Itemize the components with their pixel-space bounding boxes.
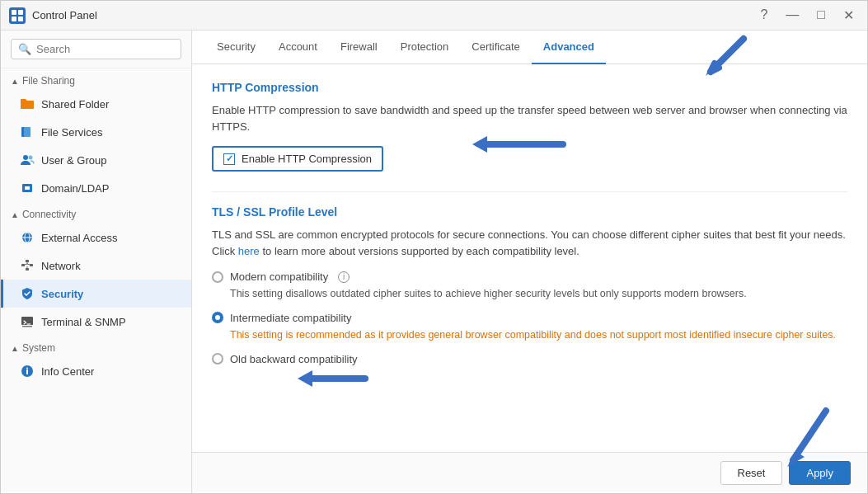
window-controls: ? — □ ✕: [755, 6, 859, 25]
http-compression-desc: Enable HTTP compression to save bandwidt…: [212, 102, 847, 134]
sidebar-item-external-access[interactable]: External Access: [1, 223, 191, 252]
titlebar: Control Panel ? — □ ✕: [1, 1, 867, 31]
caret-icon: ▲: [11, 77, 19, 86]
section-system-label: System: [22, 342, 55, 354]
radio-old-label: Old backward compatibility: [230, 353, 358, 365]
radio-row-intermediate[interactable]: Intermediate compatibility: [212, 312, 847, 324]
info-center-icon: [20, 364, 35, 379]
sidebar-item-file-services[interactable]: File Services: [1, 118, 191, 146]
minimize-button[interactable]: —: [781, 6, 804, 25]
tls-ssl-title: TLS / SSL Profile Level: [212, 205, 847, 219]
svg-rect-2: [12, 16, 16, 21]
tab-certificate[interactable]: Certificate: [460, 31, 532, 64]
content-body: HTTP Compression Enable HTTP compression…: [192, 64, 867, 452]
svg-rect-5: [24, 127, 30, 137]
user-group-icon: [20, 153, 35, 167]
svg-rect-25: [26, 369, 28, 374]
connectivity-caret-icon: ▲: [11, 210, 19, 219]
tabs-bar: Security Account Firewall Protection Cer…: [192, 31, 867, 64]
svg-point-26: [26, 368, 28, 369]
svg-rect-13: [26, 260, 29, 262]
window-title: Control Panel: [32, 9, 97, 21]
http-compression-checkbox[interactable]: ✓: [223, 153, 235, 165]
sidebar-item-user-group[interactable]: User & Group: [1, 146, 191, 174]
sidebar-item-network[interactable]: Network: [1, 252, 191, 280]
svg-rect-0: [12, 10, 16, 15]
sidebar-item-shared-folder[interactable]: Shared Folder: [1, 90, 191, 118]
tab-advanced[interactable]: Advanced: [532, 31, 606, 64]
modern-desc: This setting disallows outdated cipher s…: [230, 286, 847, 302]
sidebar-item-security[interactable]: Security: [1, 280, 191, 308]
tab-protection[interactable]: Protection: [389, 31, 461, 64]
tab-security[interactable]: Security: [205, 31, 267, 64]
security-label: Security: [41, 288, 83, 300]
svg-rect-22: [22, 326, 32, 327]
radio-modern-label: Modern compatibility: [230, 271, 328, 283]
app-icon: [9, 7, 26, 24]
terminal-snmp-label: Terminal & SNMP: [41, 316, 126, 328]
svg-rect-9: [25, 186, 30, 190]
file-services-icon: [20, 125, 35, 139]
radio-old[interactable]: [212, 353, 223, 365]
content-wrapper: Security Account Firewall Protection Cer…: [192, 31, 867, 493]
tls-ssl-desc: TLS and SSL are common encrypted protoco…: [212, 227, 847, 259]
sidebar-item-terminal-snmp[interactable]: Terminal & SNMP: [1, 308, 191, 336]
radio-row-old[interactable]: Old backward compatibility: [212, 353, 847, 365]
http-compression-title: HTTP Compression: [212, 81, 847, 94]
shared-folder-icon: [20, 96, 35, 111]
user-group-label: User & Group: [41, 154, 106, 167]
intermediate-desc: This setting is recommended as it provid…: [230, 327, 847, 343]
radio-intermediate[interactable]: [212, 312, 223, 323]
system-caret-icon: ▲: [11, 344, 19, 353]
sidebar-item-domain-ldap[interactable]: Domain/LDAP: [1, 174, 191, 202]
file-services-label: File Services: [41, 126, 102, 139]
reset-button[interactable]: Reset: [720, 461, 783, 485]
search-box[interactable]: 🔍: [11, 39, 181, 59]
external-access-icon: [20, 230, 35, 245]
help-button[interactable]: ?: [755, 6, 772, 25]
enable-http-compression-row[interactable]: ✓ Enable HTTP Compression: [212, 146, 383, 172]
domain-icon: [20, 181, 35, 195]
apply-button[interactable]: Apply: [789, 461, 851, 485]
network-icon: [20, 258, 35, 273]
section-system[interactable]: ▲ System: [1, 336, 191, 357]
sidebar-item-info-center[interactable]: Info Center: [1, 357, 191, 385]
maximize-button[interactable]: □: [812, 6, 830, 25]
close-button[interactable]: ✕: [838, 6, 859, 25]
titlebar-left: Control Panel: [9, 7, 97, 24]
radio-option-intermediate: Intermediate compatibility This setting …: [212, 312, 847, 343]
terminal-icon: [20, 314, 35, 329]
external-access-label: External Access: [41, 232, 118, 244]
modern-info-badge[interactable]: i: [338, 271, 350, 283]
svg-rect-3: [18, 16, 23, 21]
radio-row-modern[interactable]: Modern compatibility i: [212, 271, 847, 283]
http-compression-checkbox-label: Enable HTTP Compression: [242, 153, 372, 165]
tls-here-link[interactable]: here: [238, 245, 260, 257]
svg-point-6: [23, 155, 28, 160]
info-center-label: Info Center: [41, 365, 94, 378]
section-file-sharing-label: File Sharing: [22, 75, 75, 87]
radio-modern[interactable]: [212, 271, 223, 283]
radio-option-modern: Modern compatibility i This setting disa…: [212, 271, 847, 302]
search-input[interactable]: [36, 43, 174, 55]
svg-rect-16: [26, 268, 29, 271]
main-layout: 🔍 ▲ File Sharing Shared Folder: [1, 31, 867, 493]
svg-point-7: [29, 156, 33, 160]
sidebar: 🔍 ▲ File Sharing Shared Folder: [1, 31, 192, 493]
control-panel-window: Control Panel ? — □ ✕ 🔍 ▲ File Sharing: [0, 0, 868, 494]
security-icon: [20, 286, 35, 301]
radio-intermediate-label: Intermediate compatibility: [230, 312, 351, 324]
section-connectivity-label: Connectivity: [22, 209, 76, 220]
tab-account[interactable]: Account: [267, 31, 329, 64]
shared-folder-label: Shared Folder: [41, 98, 109, 111]
network-label: Network: [41, 260, 81, 272]
search-icon: 🔍: [18, 43, 31, 55]
section-file-sharing[interactable]: ▲ File Sharing: [1, 68, 191, 90]
content-panel: Security Account Firewall Protection Cer…: [192, 31, 867, 493]
tab-firewall[interactable]: Firewall: [329, 31, 389, 64]
svg-rect-1: [18, 10, 23, 15]
radio-option-old: Old backward compatibility: [212, 353, 847, 365]
tls-desc-part2: to learn more about versions supported b…: [260, 245, 579, 257]
section-divider: [212, 191, 847, 192]
section-connectivity[interactable]: ▲ Connectivity: [1, 202, 191, 223]
